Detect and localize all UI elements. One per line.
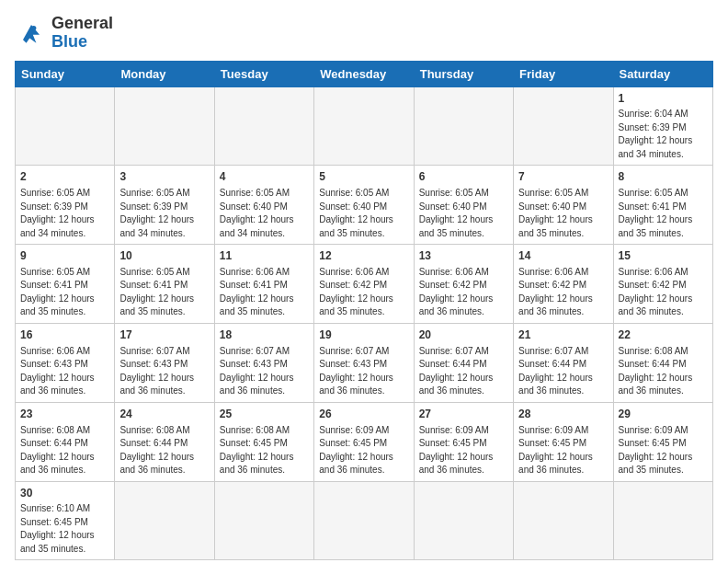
day-number: 26 [319, 407, 408, 422]
day-number: 24 [119, 407, 209, 422]
day-number: 5 [319, 169, 408, 185]
svg-point-1 [31, 26, 36, 30]
calendar-day-cell: 4Sunrise: 6:05 AM Sunset: 6:40 PM Daylig… [214, 166, 313, 245]
calendar-day-cell: 18Sunrise: 6:07 AM Sunset: 6:43 PM Dayli… [214, 323, 313, 402]
calendar-week-row: 30Sunrise: 6:10 AM Sunset: 6:45 PM Dayli… [16, 481, 713, 560]
day-info: Sunrise: 6:04 AM Sunset: 6:39 PM Dayligh… [619, 108, 708, 161]
day-info: Sunrise: 6:05 AM Sunset: 6:40 PM Dayligh… [220, 187, 309, 240]
calendar-week-row: 23Sunrise: 6:08 AM Sunset: 6:44 PM Dayli… [16, 402, 713, 481]
weekday-header-thursday: Thursday [414, 61, 513, 86]
calendar-day-cell [115, 86, 214, 166]
svg-marker-0 [23, 25, 40, 43]
day-info: Sunrise: 6:05 AM Sunset: 6:41 PM Dayligh… [619, 187, 708, 240]
calendar-day-cell: 22Sunrise: 6:08 AM Sunset: 6:44 PM Dayli… [613, 323, 712, 402]
day-number: 25 [220, 407, 309, 422]
day-info: Sunrise: 6:06 AM Sunset: 6:43 PM Dayligh… [20, 345, 109, 398]
day-info: Sunrise: 6:05 AM Sunset: 6:39 PM Dayligh… [20, 187, 109, 240]
calendar-day-cell: 15Sunrise: 6:06 AM Sunset: 6:42 PM Dayli… [613, 245, 712, 324]
calendar-day-cell: 19Sunrise: 6:07 AM Sunset: 6:43 PM Dayli… [314, 323, 414, 402]
calendar-day-cell: 8Sunrise: 6:05 AM Sunset: 6:41 PM Daylig… [613, 166, 712, 245]
day-info: Sunrise: 6:07 AM Sunset: 6:43 PM Dayligh… [319, 345, 408, 398]
day-number: 1 [619, 91, 708, 107]
calendar-header-row: SundayMondayTuesdayWednesdayThursdayFrid… [16, 61, 713, 86]
calendar-day-cell [16, 86, 115, 166]
calendar-day-cell: 9Sunrise: 6:05 AM Sunset: 6:41 PM Daylig… [16, 245, 115, 324]
logo-text: GeneralBlue [51, 15, 113, 52]
calendar-day-cell: 26Sunrise: 6:09 AM Sunset: 6:45 PM Dayli… [314, 402, 414, 481]
day-number: 8 [619, 169, 708, 185]
weekday-header-friday: Friday [514, 61, 613, 86]
calendar-day-cell: 16Sunrise: 6:06 AM Sunset: 6:43 PM Dayli… [16, 323, 115, 402]
day-number: 16 [20, 327, 109, 343]
calendar-day-cell: 30Sunrise: 6:10 AM Sunset: 6:45 PM Dayli… [16, 481, 115, 560]
day-info: Sunrise: 6:08 AM Sunset: 6:44 PM Dayligh… [119, 424, 209, 477]
day-number: 14 [518, 248, 608, 264]
day-info: Sunrise: 6:05 AM Sunset: 6:39 PM Dayligh… [119, 187, 209, 240]
calendar-week-row: 1Sunrise: 6:04 AM Sunset: 6:39 PM Daylig… [16, 86, 713, 166]
calendar-day-cell: 25Sunrise: 6:08 AM Sunset: 6:45 PM Dayli… [214, 402, 313, 481]
day-number: 4 [220, 169, 309, 185]
day-info: Sunrise: 6:09 AM Sunset: 6:45 PM Dayligh… [319, 424, 408, 477]
weekday-header-tuesday: Tuesday [214, 61, 313, 86]
weekday-header-saturday: Saturday [613, 61, 712, 86]
calendar-day-cell: 21Sunrise: 6:07 AM Sunset: 6:44 PM Dayli… [514, 323, 613, 402]
day-info: Sunrise: 6:09 AM Sunset: 6:45 PM Dayligh… [419, 424, 508, 477]
day-number: 17 [119, 327, 209, 343]
calendar-day-cell [514, 86, 613, 166]
calendar-day-cell: 13Sunrise: 6:06 AM Sunset: 6:42 PM Dayli… [414, 245, 513, 324]
calendar-week-row: 16Sunrise: 6:06 AM Sunset: 6:43 PM Dayli… [16, 323, 713, 402]
day-number: 11 [220, 248, 309, 264]
day-info: Sunrise: 6:08 AM Sunset: 6:45 PM Dayligh… [220, 424, 309, 477]
weekday-header-sunday: Sunday [16, 61, 115, 86]
day-info: Sunrise: 6:07 AM Sunset: 6:43 PM Dayligh… [119, 345, 209, 398]
calendar-day-cell [115, 481, 214, 560]
day-info: Sunrise: 6:10 AM Sunset: 6:45 PM Dayligh… [20, 502, 109, 556]
calendar-day-cell: 24Sunrise: 6:08 AM Sunset: 6:44 PM Dayli… [115, 402, 214, 481]
day-number: 10 [119, 248, 209, 264]
day-number: 23 [20, 407, 109, 422]
day-number: 22 [619, 327, 708, 343]
day-number: 9 [20, 248, 109, 264]
calendar-day-cell: 5Sunrise: 6:05 AM Sunset: 6:40 PM Daylig… [314, 166, 414, 245]
day-info: Sunrise: 6:06 AM Sunset: 6:42 PM Dayligh… [319, 266, 408, 319]
calendar-day-cell: 23Sunrise: 6:08 AM Sunset: 6:44 PM Dayli… [16, 402, 115, 481]
calendar-day-cell [314, 86, 414, 166]
calendar-day-cell: 29Sunrise: 6:09 AM Sunset: 6:45 PM Dayli… [613, 402, 712, 481]
calendar-week-row: 9Sunrise: 6:05 AM Sunset: 6:41 PM Daylig… [16, 245, 713, 324]
logo-icon [15, 17, 48, 50]
calendar-day-cell: 6Sunrise: 6:05 AM Sunset: 6:40 PM Daylig… [414, 166, 513, 245]
calendar-day-cell: 27Sunrise: 6:09 AM Sunset: 6:45 PM Dayli… [414, 402, 513, 481]
day-number: 18 [220, 327, 309, 343]
day-number: 3 [119, 169, 209, 185]
day-number: 21 [518, 327, 608, 343]
calendar-day-cell: 17Sunrise: 6:07 AM Sunset: 6:43 PM Dayli… [115, 323, 214, 402]
day-number: 15 [619, 248, 708, 264]
day-number: 28 [518, 407, 608, 422]
calendar-day-cell: 2Sunrise: 6:05 AM Sunset: 6:39 PM Daylig… [16, 166, 115, 245]
calendar-day-cell: 7Sunrise: 6:05 AM Sunset: 6:40 PM Daylig… [514, 166, 613, 245]
calendar-day-cell [613, 481, 712, 560]
day-info: Sunrise: 6:05 AM Sunset: 6:40 PM Dayligh… [319, 187, 408, 240]
day-number: 19 [319, 327, 408, 343]
day-info: Sunrise: 6:05 AM Sunset: 6:41 PM Dayligh… [20, 266, 109, 319]
calendar-week-row: 2Sunrise: 6:05 AM Sunset: 6:39 PM Daylig… [16, 166, 713, 245]
calendar-day-cell [314, 481, 414, 560]
logo: GeneralBlue [15, 15, 113, 52]
day-info: Sunrise: 6:06 AM Sunset: 6:41 PM Dayligh… [220, 266, 309, 319]
day-info: Sunrise: 6:07 AM Sunset: 6:43 PM Dayligh… [220, 345, 309, 398]
calendar-day-cell: 1Sunrise: 6:04 AM Sunset: 6:39 PM Daylig… [613, 86, 712, 166]
calendar-day-cell: 20Sunrise: 6:07 AM Sunset: 6:44 PM Dayli… [414, 323, 513, 402]
weekday-header-wednesday: Wednesday [314, 61, 414, 86]
day-info: Sunrise: 6:07 AM Sunset: 6:44 PM Dayligh… [518, 345, 608, 398]
calendar-day-cell [514, 481, 613, 560]
day-info: Sunrise: 6:09 AM Sunset: 6:45 PM Dayligh… [619, 424, 708, 477]
day-info: Sunrise: 6:09 AM Sunset: 6:45 PM Dayligh… [518, 424, 608, 477]
day-number: 12 [319, 248, 408, 264]
calendar-day-cell [414, 86, 513, 166]
calendar-day-cell: 12Sunrise: 6:06 AM Sunset: 6:42 PM Dayli… [314, 245, 414, 324]
day-info: Sunrise: 6:06 AM Sunset: 6:42 PM Dayligh… [419, 266, 508, 319]
calendar-day-cell: 14Sunrise: 6:06 AM Sunset: 6:42 PM Dayli… [514, 245, 613, 324]
day-number: 7 [518, 169, 608, 185]
day-info: Sunrise: 6:05 AM Sunset: 6:40 PM Dayligh… [518, 187, 608, 240]
day-number: 2 [20, 169, 109, 185]
